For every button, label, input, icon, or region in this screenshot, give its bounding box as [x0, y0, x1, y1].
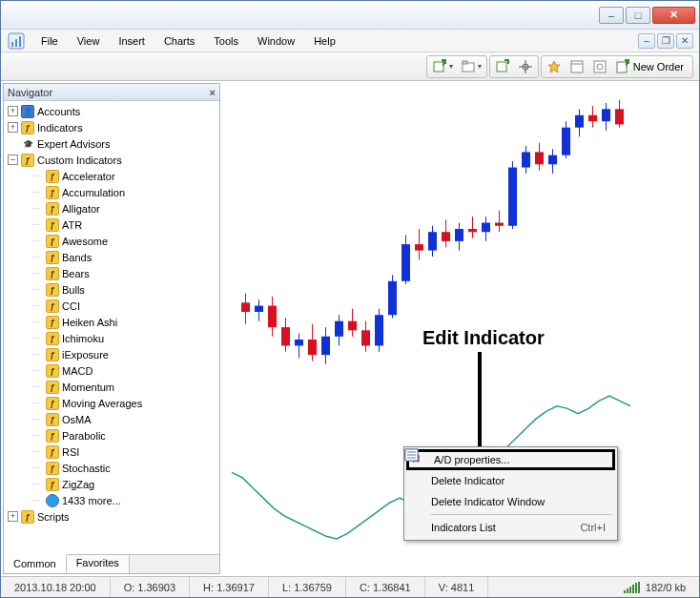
- crosshair-button[interactable]: [516, 57, 535, 76]
- navigator-panel: Navigator × +👤Accounts +ƒIndicators 🎓Exp…: [3, 83, 220, 574]
- svg-rect-57: [522, 152, 530, 167]
- tree-custom-indicators[interactable]: –ƒCustom Indicators: [6, 152, 219, 168]
- menu-properties[interactable]: A/D properties...: [406, 449, 615, 470]
- fx-icon: ƒ: [46, 332, 59, 345]
- tree-indicator-item[interactable]: ⋯ƒBulls: [6, 281, 219, 298]
- window-minimize-button[interactable]: –: [599, 7, 624, 24]
- tree-indicator-item[interactable]: ⋯ƒZigZag: [6, 476, 219, 492]
- tree-label: Alligator: [62, 203, 100, 215]
- fx-icon: ƒ: [46, 235, 59, 248]
- menu-separator: [431, 514, 611, 515]
- tree-indicator-item[interactable]: ⋯ƒAlligator: [6, 200, 219, 217]
- tree-indicator-item[interactable]: ⋯ƒATR: [6, 217, 219, 233]
- annotation-edit-indicator: Edit Indicator: [422, 327, 545, 349]
- expand-icon[interactable]: +: [8, 122, 18, 133]
- svg-rect-11: [594, 61, 606, 72]
- market-watch-button[interactable]: [493, 57, 512, 76]
- toolbar-group-3: New Order: [541, 55, 693, 78]
- toolbar-group-1: [426, 55, 487, 78]
- fx-icon: ƒ: [46, 397, 59, 410]
- tree-indicator-item[interactable]: ⋯ƒCCI: [6, 298, 219, 314]
- menu-label: Delete Indicator Window: [431, 496, 545, 507]
- tree-label: MACD: [62, 365, 93, 377]
- tree-indicator-item[interactable]: ⋯ƒMACD: [6, 362, 219, 379]
- tree-accounts[interactable]: +👤Accounts: [6, 103, 219, 119]
- expand-icon[interactable]: +: [8, 511, 18, 522]
- delete-indicator-icon: [408, 472, 425, 489]
- svg-rect-21: [281, 327, 290, 345]
- tree-indicator-item[interactable]: ⋯ƒHeiken Ashi: [6, 314, 219, 330]
- child-close-button[interactable]: ✕: [676, 33, 693, 49]
- menu-label: A/D properties...: [434, 454, 509, 465]
- svg-rect-3: [19, 36, 21, 47]
- tree-indicator-item[interactable]: ⋯ƒAwesome: [6, 233, 219, 249]
- tab-favorites[interactable]: Favorites: [67, 555, 130, 573]
- tree-expert-advisors[interactable]: 🎓Expert Advisors: [6, 135, 219, 152]
- svg-rect-49: [468, 229, 477, 232]
- navigator-tabs: Common Favorites: [4, 554, 219, 573]
- tab-common[interactable]: Common: [4, 554, 67, 573]
- tree-indicator-item[interactable]: ⋯ƒAccelerator: [6, 168, 219, 184]
- tree-indicator-item[interactable]: ⋯ƒRSI: [6, 443, 219, 460]
- user-icon: 👤: [21, 105, 34, 118]
- svg-rect-59: [535, 152, 544, 164]
- child-minimize-button[interactable]: –: [638, 33, 655, 49]
- menu-tools[interactable]: Tools: [204, 32, 248, 50]
- new-chart-button[interactable]: [430, 57, 455, 76]
- svg-rect-47: [455, 229, 463, 241]
- menu-view[interactable]: View: [68, 32, 110, 50]
- fx-icon: ƒ: [46, 251, 59, 264]
- tree-indicator-item[interactable]: ⋯ƒMoving Averages: [6, 395, 219, 411]
- menu-delete-window[interactable]: Delete Indicator Window: [406, 491, 615, 512]
- navigator-close-button[interactable]: ×: [210, 87, 216, 98]
- menu-charts[interactable]: Charts: [154, 32, 204, 50]
- data-window-button[interactable]: [567, 57, 587, 76]
- svg-rect-39: [401, 244, 410, 281]
- tree-label: Heiken Ashi: [62, 317, 117, 328]
- tree-indicator-item[interactable]: ⋯ƒMomentum: [6, 379, 219, 395]
- svg-rect-13: [617, 62, 627, 72]
- profiles-button[interactable]: [459, 57, 484, 76]
- tree-indicator-item[interactable]: ⋯ƒIchimoku: [6, 330, 219, 346]
- new-order-icon: [615, 59, 630, 74]
- tree-indicator-item[interactable]: ⋯ƒBands: [6, 249, 219, 265]
- fx-icon: ƒ: [46, 381, 59, 394]
- svg-rect-53: [495, 223, 504, 226]
- star-button[interactable]: [545, 57, 564, 76]
- tree-label: ATR: [62, 219, 82, 231]
- tree-indicator-item[interactable]: ⋯ƒAccumulation: [6, 184, 219, 200]
- child-restore-button[interactable]: ❐: [657, 33, 674, 49]
- connection-label: 182/0 kb: [646, 582, 686, 593]
- menu-indicators-list[interactable]: Indicators List Ctrl+I: [406, 517, 615, 538]
- new-order-button[interactable]: New Order: [613, 57, 690, 76]
- status-volume: V: 4811: [425, 577, 489, 597]
- menu-delete-indicator[interactable]: Delete Indicator: [406, 470, 615, 491]
- tree-indicator-item[interactable]: ⋯ƒBears: [6, 265, 219, 281]
- tree-indicator-item[interactable]: ⋯ƒStochastic: [6, 460, 219, 476]
- menu-help[interactable]: Help: [304, 32, 345, 50]
- window-close-button[interactable]: ✕: [652, 7, 695, 24]
- chart-area[interactable]: Edit Indicator A/D properties... Delete …: [222, 81, 699, 576]
- navigator-header: Navigator ×: [4, 84, 219, 101]
- navigator-tree[interactable]: +👤Accounts +ƒIndicators 🎓Expert Advisors…: [4, 101, 219, 554]
- fx-icon: ƒ: [46, 429, 59, 443]
- tree-scripts[interactable]: +ƒScripts: [6, 508, 219, 525]
- menu-file[interactable]: File: [31, 32, 68, 50]
- window-maximize-button[interactable]: □: [626, 7, 650, 24]
- menu-window[interactable]: Window: [248, 32, 304, 50]
- tree-more[interactable]: ⋯🌐1433 more...: [6, 492, 219, 508]
- navigator-title: Navigator: [8, 87, 52, 98]
- strategy-tester-button[interactable]: [590, 57, 609, 76]
- tree-label: CCI: [62, 300, 80, 312]
- svg-rect-37: [388, 281, 397, 315]
- statusbar: 2013.10.18 20:00 O: 1.36903 H: 1.36917 L…: [1, 576, 699, 597]
- tree-indicators[interactable]: +ƒIndicators: [6, 119, 219, 135]
- tree-indicator-item[interactable]: ⋯ƒOsMA: [6, 411, 219, 427]
- tree-label: OsMA: [62, 414, 92, 425]
- menu-insert[interactable]: Insert: [109, 32, 154, 50]
- collapse-icon[interactable]: –: [8, 155, 18, 165]
- tree-indicator-item[interactable]: ⋯ƒiExposure: [6, 346, 219, 362]
- expand-icon[interactable]: +: [8, 106, 18, 116]
- tree-indicator-item[interactable]: ⋯ƒParabolic: [6, 427, 219, 443]
- status-open: O: 1.36903: [111, 577, 190, 597]
